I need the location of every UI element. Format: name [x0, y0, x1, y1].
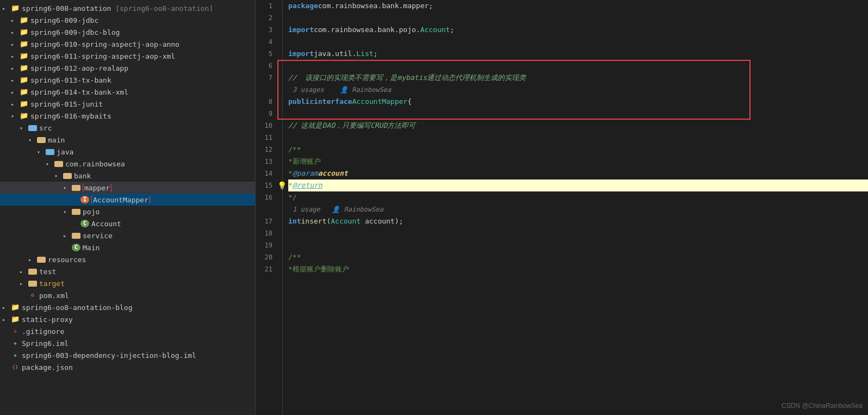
usage-text: 3 usages 👤 RainbowSea — [293, 84, 391, 96]
line-number-6: 6 — [256, 60, 277, 72]
collapse-arrow — [28, 257, 37, 263]
folder-blue-icon — [28, 125, 37, 131]
tree-item-spring6-008-annotation[interactable]: 📁spring6-008-anotation [spring6-oo8-anot… — [0, 2, 255, 14]
tree-item-spring6-009-jdbc-blog[interactable]: 📁spring6-009-jdbc-blog — [0, 26, 255, 38]
code-line — [288, 12, 868, 24]
tree-item-label: spring6-013-tx-bank — [30, 76, 111, 84]
tree-item-spring6-012[interactable]: 📁spring6-012-aop-realapp — [0, 62, 255, 74]
tree-item-resources[interactable]: resources — [0, 253, 255, 265]
tree-item-spring6-oo8-blog[interactable]: 📁spring6-oo8-anotation-blog — [0, 301, 255, 313]
json-icon: {} — [11, 363, 20, 371]
tree-item-Main[interactable]: CMain — [0, 241, 255, 253]
code-line: /** — [288, 144, 868, 156]
tree-item-label: target — [39, 280, 65, 288]
collapse-arrow — [20, 281, 28, 287]
line-number-blank — [256, 203, 277, 215]
collapse-arrow — [11, 65, 20, 71]
tree-item-spring6-iml[interactable]: ◈Spring6.iml — [0, 337, 255, 349]
tree-item-label: spring6-011-spring-aspectj-aop-xml — [30, 52, 175, 60]
tree-item-spring6-003-iml[interactable]: ◈spring6-003-dependency-injection-blog.i… — [0, 349, 255, 361]
tree-item-com-rainbowsea[interactable]: com.rainbowsea — [0, 158, 255, 170]
tree-item-main[interactable]: main — [0, 134, 255, 146]
code-line: * @param account — [288, 168, 868, 179]
project-icon: 📁 — [20, 64, 28, 72]
line-number-9: 9 — [256, 108, 277, 120]
project-icon: 📁 — [20, 40, 28, 48]
tree-item-label: test — [39, 268, 56, 276]
project-icon: 📁 — [20, 28, 28, 36]
tree-item-spring6-015[interactable]: 📁spring6-015-junit — [0, 98, 255, 110]
java-class-icon: C — [72, 244, 80, 251]
tree-item-label: java — [57, 148, 73, 156]
code-line — [288, 36, 868, 48]
line-number-1: 1 — [256, 0, 277, 12]
tree-item-label: src — [39, 124, 52, 132]
collapse-arrow — [11, 89, 20, 95]
tree-item-AccountMapper[interactable]: IAccountMapper — [0, 194, 255, 206]
tree-item-label: static-proxy — [22, 315, 73, 324]
expand-arrow — [63, 209, 72, 215]
tree-item-gitignore[interactable]: ⊘.gitignore — [0, 325, 255, 337]
tree-item-label: pom.xml — [39, 292, 69, 300]
line-number-10: 10 — [256, 120, 277, 132]
code-content: package com.rainbowsea.bank.mapper;impor… — [283, 0, 868, 415]
tree-item-spring6-014[interactable]: 📁spring6-014-tx-bank-xml — [0, 86, 255, 98]
tree-item-spring6-013[interactable]: 📁spring6-013-tx-bank — [0, 74, 255, 86]
folder-icon — [37, 257, 46, 263]
tree-item-label: spring6-008-anotation [spring6-oo8-anota… — [22, 4, 213, 13]
line-number-21: 21 — [256, 263, 277, 275]
tree-item-pojo[interactable]: pojo — [0, 206, 255, 218]
collapse-arrow — [2, 317, 11, 323]
tree-item-service[interactable]: service — [0, 230, 255, 241]
line-numbers: 1234567 8910111213141516 1718192021 — [256, 0, 283, 415]
tree-item-label: spring6-014-tx-bank-xml — [30, 88, 128, 96]
tree-item-label: mapper — [83, 184, 111, 192]
tree-item-label: spring6-003-dependency-injection-blog.im… — [22, 351, 196, 360]
project-icon: 📁 — [11, 303, 20, 311]
expand-arrow — [20, 125, 28, 131]
code-line: import java.util.List; — [288, 48, 868, 60]
tree-item-mapper[interactable]: mapper — [0, 182, 255, 194]
tree-item-label: spring6-015-junit — [30, 100, 103, 108]
tree-item-spring6-010[interactable]: 📁spring6-010-spring-aspectj-aop-anno — [0, 38, 255, 50]
code-line: */ — [288, 191, 868, 203]
tree-item-test[interactable]: test — [0, 265, 255, 277]
tree-item-package-json[interactable]: {}package.json — [0, 361, 255, 373]
usage-hint-line: 1 usage 👤 RainbowSea — [288, 203, 868, 215]
project-icon: 📁 — [20, 100, 28, 108]
collapse-arrow — [2, 305, 11, 311]
tree-item-label: service — [83, 232, 113, 240]
code-editor: 1234567 8910111213141516 1718192021 pack… — [256, 0, 868, 415]
tree-item-label: resources — [48, 256, 86, 264]
file-tree[interactable]: 📁spring6-008-anotation [spring6-oo8-anot… — [0, 0, 256, 415]
tree-item-src[interactable]: src — [0, 122, 255, 134]
expand-arrow — [46, 161, 54, 167]
collapse-arrow — [2, 5, 11, 11]
line-number-11: 11 — [256, 132, 277, 144]
tree-item-spring6-011[interactable]: 📁spring6-011-spring-aspectj-aop-xml — [0, 50, 255, 62]
folder-blue-icon — [46, 149, 54, 155]
usage-hint-line: 3 usages 👤 RainbowSea — [288, 84, 868, 96]
tree-item-static-proxy[interactable]: 📁static-proxy — [0, 313, 255, 325]
tree-item-spring6-009-jdbc[interactable]: 📁spring6-009-jdbc — [0, 14, 255, 26]
code-line: // 该接口的实现类不需要写，是mybatis通过动态代理机制生成的实现类 — [288, 72, 868, 84]
tree-item-Account[interactable]: CAccount — [0, 218, 255, 230]
folder-icon — [72, 185, 80, 191]
bulb-icon[interactable]: 💡 — [277, 179, 287, 191]
tree-item-bank[interactable]: bank — [0, 170, 255, 182]
code-line: public interface AccountMapper { — [288, 96, 868, 108]
tree-item-spring6-016[interactable]: 📁spring6-016-mybaits — [0, 110, 255, 122]
tree-item-target[interactable]: target — [0, 277, 255, 289]
tree-item-label: spring6-012-aop-realapp — [30, 64, 128, 72]
line-number-4: 4 — [256, 36, 277, 48]
code-line: int insert(Account account); — [288, 215, 868, 227]
tree-item-label: AccountMapper — [91, 196, 150, 204]
line-number-17: 17 — [256, 215, 277, 227]
tree-item-pom-xml[interactable]: ⚙pom.xml — [0, 289, 255, 301]
tree-item-java[interactable]: java — [0, 146, 255, 158]
collapse-arrow — [11, 41, 20, 47]
project-icon: 📁 — [20, 52, 28, 60]
project-icon: 📁 — [20, 112, 28, 120]
folder-icon — [72, 233, 80, 239]
usage-text: 1 usage 👤 RainbowSea — [293, 203, 383, 215]
